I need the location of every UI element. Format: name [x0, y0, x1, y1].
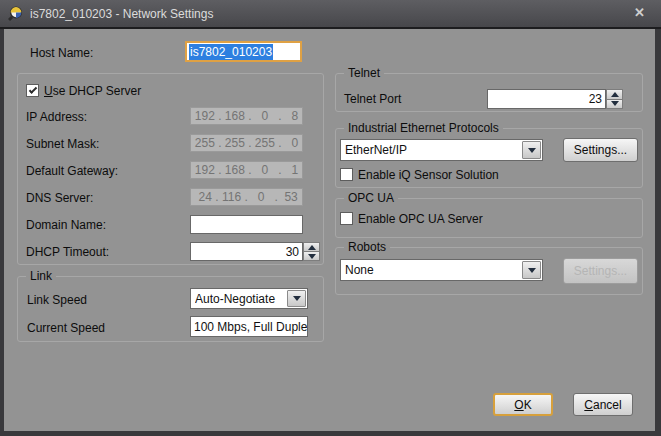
- cancel-button[interactable]: Cancel: [573, 393, 633, 416]
- spin-down-button[interactable]: [303, 252, 320, 261]
- use-dhcp-label: Use DHCP Server: [44, 84, 141, 98]
- domain-name-field[interactable]: [190, 215, 303, 234]
- telnet-group-title: Telnet: [344, 66, 384, 80]
- network-settings-dialog: is7802_010203 - Network Settings ✕ Host …: [0, 0, 661, 436]
- dropdown-arrow-button[interactable]: [522, 141, 541, 159]
- robots-settings-button: Settings...: [563, 258, 638, 284]
- protocol-settings-button[interactable]: Settings...: [563, 138, 638, 162]
- spin-up-button[interactable]: [303, 242, 320, 252]
- opcua-server-label: Enable OPC UA Server: [358, 212, 483, 226]
- link-speed-value: Auto-Negotiate: [195, 289, 285, 308]
- down-arrow-icon: [611, 101, 619, 106]
- ok-button[interactable]: OK: [493, 393, 553, 416]
- link-group-title: Link: [26, 269, 56, 283]
- current-speed-field[interactable]: 100 Mbps, Full Duple: [190, 316, 308, 337]
- chevron-down-icon: [293, 296, 301, 301]
- dropdown-arrow-button[interactable]: [522, 261, 541, 279]
- domain-name-label: Domain Name:: [26, 218, 106, 232]
- ip-address-label: IP Address:: [26, 110, 87, 124]
- chevron-down-icon: [528, 268, 536, 273]
- use-dhcp-checkbox[interactable]: [26, 84, 39, 97]
- checkmark-icon: [28, 85, 36, 93]
- robots-value: None: [345, 260, 520, 280]
- default-gateway-field: 192 . 168 . 0 . 1: [190, 161, 303, 179]
- robots-dropdown[interactable]: None: [340, 259, 543, 281]
- dns-server-label: DNS Server:: [26, 191, 93, 205]
- spin-down-button[interactable]: [606, 100, 623, 110]
- host-name-label: Host Name:: [30, 46, 93, 60]
- telnet-port-field[interactable]: 23: [487, 89, 606, 109]
- spin-up-button[interactable]: [606, 89, 623, 100]
- default-gateway-label: Default Gateway:: [26, 164, 118, 178]
- dhcp-timeout-field[interactable]: 30: [190, 242, 303, 261]
- selected-text: is7802_010203: [189, 44, 273, 60]
- dns-server-field: 24 . 116 . 0 . 53: [190, 188, 303, 206]
- robots-group-title: Robots: [344, 240, 390, 254]
- current-speed-label: Current Speed: [27, 321, 105, 335]
- telnet-port-label: Telnet Port: [344, 92, 401, 106]
- link-speed-dropdown[interactable]: Auto-Negotiate: [190, 288, 308, 309]
- dhcp-timeout-label: DHCP Timeout:: [26, 245, 109, 259]
- chevron-down-icon: [528, 148, 536, 153]
- host-name-field[interactable]: is7802_010203: [185, 41, 302, 62]
- opcua-server-checkbox[interactable]: [340, 212, 353, 225]
- dhcp-timeout-spinner: [303, 242, 320, 261]
- industrial-group-title: Industrial Ethernet Protocols: [344, 121, 503, 135]
- ip-address-field: 192 . 168 . 0 . 8: [190, 107, 303, 125]
- insight-app-icon: [8, 6, 24, 22]
- up-arrow-icon: [308, 245, 316, 250]
- subnet-mask-label: Subnet Mask:: [26, 137, 99, 151]
- title-bar[interactable]: is7802_010203 - Network Settings ✕: [0, 0, 661, 27]
- telnet-port-spinner: [606, 89, 623, 109]
- subnet-mask-field: 255 . 255 . 255 . 0: [190, 134, 303, 152]
- iq-sensor-checkbox[interactable]: [340, 168, 353, 181]
- link-speed-label: Link Speed: [27, 293, 87, 307]
- protocol-value: EtherNet/IP: [345, 140, 520, 160]
- opcua-group-title: OPC UA: [344, 191, 398, 205]
- protocol-dropdown[interactable]: EtherNet/IP: [340, 139, 543, 161]
- iq-sensor-label: Enable iQ Sensor Solution: [358, 168, 499, 182]
- up-arrow-icon: [611, 92, 619, 97]
- close-icon[interactable]: ✕: [634, 5, 645, 20]
- down-arrow-icon: [308, 254, 316, 259]
- dropdown-arrow-button[interactable]: [287, 290, 306, 307]
- window-title: is7802_010203 - Network Settings: [30, 7, 213, 21]
